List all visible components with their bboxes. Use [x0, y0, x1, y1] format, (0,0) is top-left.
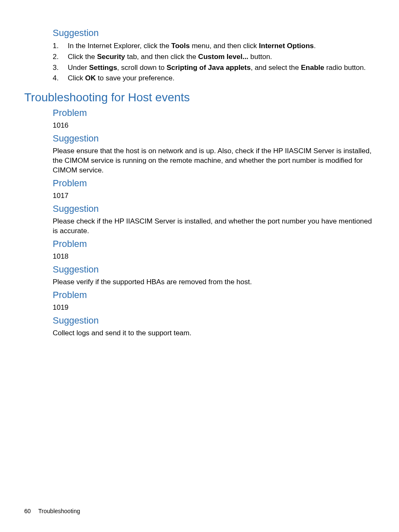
suggestion-steps-list: In the Internet Explorer, click the Tool… [53, 41, 375, 83]
bold-custom-level: Custom level... [198, 53, 248, 61]
step-2: Click the Security tab, and then click t… [53, 52, 375, 62]
suggestion-heading-2: Suggestion [53, 203, 375, 214]
text: In the Internet Explorer, click the [68, 42, 171, 50]
problem-heading-1: Problem [53, 108, 375, 118]
text: menu, and then click [190, 42, 259, 50]
text: tab, and then click the [125, 53, 198, 61]
bold-settings: Settings [89, 64, 117, 72]
suggestion-text-3: Please verify if the supported HBAs are … [53, 278, 375, 287]
page-footer: 60Troubleshooting [24, 508, 80, 514]
text: Click the [68, 53, 97, 61]
problem-heading-4: Problem [53, 290, 375, 301]
step-4: Click OK to save your preference. [53, 73, 375, 83]
suggestion-heading-top: Suggestion [53, 28, 375, 39]
bold-enable: Enable [301, 64, 324, 72]
problem-heading-3: Problem [53, 239, 375, 249]
text: to save your preference. [96, 74, 174, 82]
bold-tools: Tools [171, 42, 190, 50]
suggestion-heading-3: Suggestion [53, 264, 375, 275]
section-heading: Troubleshooting for Host events [24, 91, 375, 104]
text: , and select the [251, 64, 301, 72]
problem-code-1019: 1019 [53, 303, 375, 313]
footer-section: Troubleshooting [38, 508, 80, 514]
suggestion-heading-4: Suggestion [53, 315, 375, 326]
suggestion-text-2: Please check if the HP IIASCIM Server is… [53, 217, 375, 236]
suggestion-text-1: Please ensure that the host is on networ… [53, 146, 375, 175]
text: Under [68, 64, 89, 72]
suggestion-text-4: Collect logs and send it to the support … [53, 329, 375, 338]
suggestion-heading-1: Suggestion [53, 133, 375, 144]
text: radio button. [324, 64, 366, 72]
text: , scroll down to [117, 64, 166, 72]
step-1: In the Internet Explorer, click the Tool… [53, 41, 375, 51]
problem-code-1016: 1016 [53, 121, 375, 131]
bold-scripting: Scripting of Java applets [166, 64, 251, 72]
text: button. [248, 53, 272, 61]
problem-code-1018: 1018 [53, 252, 375, 262]
text: . [314, 42, 316, 50]
step-3: Under Settings, scroll down to Scripting… [53, 63, 375, 73]
problem-heading-2: Problem [53, 178, 375, 189]
page-number: 60 [24, 508, 31, 514]
bold-internet-options: Internet Options [259, 42, 314, 50]
problem-code-1017: 1017 [53, 191, 375, 201]
bold-ok: OK [85, 74, 96, 82]
text: Click [68, 74, 85, 82]
bold-security: Security [97, 53, 125, 61]
